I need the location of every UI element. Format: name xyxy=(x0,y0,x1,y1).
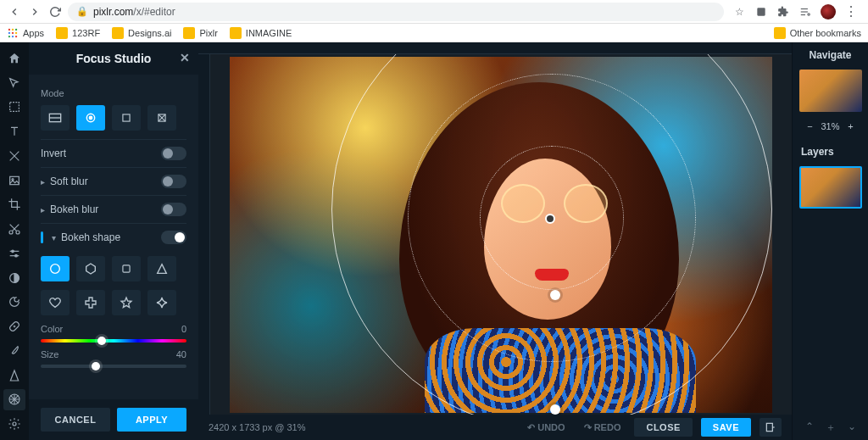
zoom-in-button[interactable]: + xyxy=(845,120,857,132)
bookmark-designsai[interactable]: Designs.ai xyxy=(112,27,171,39)
zoom-value: 31% xyxy=(821,121,839,131)
bookmark-label: Apps xyxy=(23,28,44,38)
contrast-tool[interactable] xyxy=(3,267,25,289)
bookmark-label: 123RF xyxy=(72,28,100,38)
color-track[interactable] xyxy=(41,339,186,343)
zoom-control: − 31% + xyxy=(793,117,868,139)
svg-point-10 xyxy=(15,31,17,33)
back-button[interactable] xyxy=(7,4,22,19)
invert-toggle[interactable] xyxy=(161,147,186,160)
shape-star[interactable] xyxy=(112,290,141,315)
soft-blur-label: Soft blur xyxy=(50,175,88,187)
text-tool[interactable] xyxy=(3,120,25,142)
ruler-horizontal xyxy=(198,42,792,54)
shape-sparkle[interactable] xyxy=(147,290,176,315)
settings-button[interactable] xyxy=(3,413,25,435)
url-host: pixlr.com xyxy=(93,6,133,18)
other-bookmarks[interactable]: Other bookmarks xyxy=(774,27,861,39)
bookmark-123rf[interactable]: 123RF xyxy=(56,27,100,39)
folder-icon xyxy=(56,27,68,39)
size-track[interactable] xyxy=(41,365,186,368)
shape-square[interactable] xyxy=(112,256,141,281)
bokeh-shape-row[interactable]: ▾Bokeh shape xyxy=(41,223,186,251)
shape-plus[interactable] xyxy=(76,290,105,315)
bokeh-shape-toggle[interactable] xyxy=(161,231,186,244)
extensions-icon[interactable] xyxy=(776,5,790,19)
shape-circle[interactable] xyxy=(41,256,70,281)
bookmark-label: Designs.ai xyxy=(128,28,171,38)
svg-point-12 xyxy=(12,35,14,36)
apps-shortcut[interactable]: Apps xyxy=(7,27,44,39)
reload-button[interactable] xyxy=(47,4,63,19)
liquify-tool[interactable] xyxy=(3,292,25,314)
size-slider: Size40 xyxy=(41,349,186,368)
chrome-actions: ☆ ⋮ xyxy=(729,3,861,19)
mode-square[interactable] xyxy=(112,105,141,131)
forward-button[interactable] xyxy=(27,4,42,19)
bookmark-inmagine[interactable]: INMAGINE xyxy=(230,27,292,39)
svg-point-22 xyxy=(15,254,18,257)
shape-triangle[interactable] xyxy=(147,256,176,281)
mode-radial[interactable] xyxy=(76,105,105,131)
bookmark-pixlr[interactable]: Pixlr xyxy=(183,27,217,39)
mode-none[interactable] xyxy=(147,105,176,131)
editor-app: Focus Studio ✕ Mode Invert ▸Soft blur ▸B… xyxy=(0,42,868,440)
svg-point-7 xyxy=(15,28,17,30)
slider-thumb[interactable] xyxy=(92,362,100,370)
cut-tool[interactable] xyxy=(3,218,25,240)
export-icon[interactable] xyxy=(760,418,782,437)
close-icon[interactable]: ✕ xyxy=(180,51,190,64)
heal-tool[interactable] xyxy=(3,315,25,337)
pointer-tool[interactable] xyxy=(3,72,25,94)
close-button[interactable]: CLOSE xyxy=(634,418,692,437)
collapse-up-icon[interactable]: ⌃ xyxy=(805,421,814,435)
mode-label: Mode xyxy=(41,88,186,98)
shape-hexagon[interactable] xyxy=(76,256,105,281)
shape-selector xyxy=(41,256,186,315)
save-button[interactable]: SAVE xyxy=(701,418,751,437)
panel-footer: CANCEL APPLY xyxy=(29,399,198,440)
apply-button[interactable]: APPLY xyxy=(117,408,186,432)
crop-tool[interactable] xyxy=(3,194,25,216)
svg-point-5 xyxy=(8,28,10,30)
sharpen-tool[interactable] xyxy=(3,365,25,387)
soft-blur-toggle[interactable] xyxy=(161,175,186,188)
fill-tool[interactable] xyxy=(3,145,25,167)
add-layer-icon[interactable]: ＋ xyxy=(826,421,836,435)
photo-content xyxy=(230,57,772,413)
star-icon[interactable]: ☆ xyxy=(732,5,746,19)
navigator-thumbnail[interactable] xyxy=(799,70,862,112)
canvas[interactable] xyxy=(210,54,792,415)
playlist-icon[interactable] xyxy=(798,5,812,19)
redo-button[interactable]: ↷ REDO xyxy=(579,422,626,433)
marquee-tool[interactable] xyxy=(3,97,25,119)
invert-row: Invert xyxy=(41,139,186,167)
brush-tool[interactable] xyxy=(3,340,25,362)
address-bar[interactable]: 🔒 pixlr.com/x/#editor xyxy=(68,3,724,21)
svg-point-8 xyxy=(8,31,10,33)
zoom-out-button[interactable]: − xyxy=(804,120,815,132)
left-toolbar xyxy=(0,42,29,440)
home-button[interactable] xyxy=(3,47,25,70)
focus-tool[interactable] xyxy=(3,389,25,411)
bokeh-blur-toggle[interactable] xyxy=(161,203,186,216)
undo-button[interactable]: ↶ UNDO xyxy=(522,422,570,433)
shape-heart[interactable] xyxy=(41,290,70,315)
panel-title: Focus Studio xyxy=(76,52,152,65)
canvas-dimensions: 2420 x 1733 px @ 31% xyxy=(209,422,306,432)
url-path: /x/#editor xyxy=(133,6,175,18)
cancel-button[interactable]: CANCEL xyxy=(41,408,110,432)
collapse-down-icon[interactable]: ⌄ xyxy=(848,421,856,435)
canvas-container: 2420 x 1733 px @ 31% ↶ UNDO ↷ REDO CLOSE… xyxy=(198,42,792,440)
browser-toolbar: 🔒 pixlr.com/x/#editor ☆ ⋮ xyxy=(0,0,868,24)
mode-linear[interactable] xyxy=(41,105,70,131)
layer-thumbnail[interactable] xyxy=(799,166,862,209)
adjust-tool[interactable] xyxy=(3,242,25,265)
bokeh-blur-row[interactable]: ▸Bokeh blur xyxy=(41,195,186,223)
slider-thumb[interactable] xyxy=(97,337,106,345)
image-tool[interactable] xyxy=(3,170,25,192)
extension-icon-1[interactable] xyxy=(754,5,768,19)
chrome-menu-icon[interactable]: ⋮ xyxy=(844,3,858,19)
profile-avatar[interactable] xyxy=(821,4,836,19)
soft-blur-row[interactable]: ▸Soft blur xyxy=(41,167,186,195)
